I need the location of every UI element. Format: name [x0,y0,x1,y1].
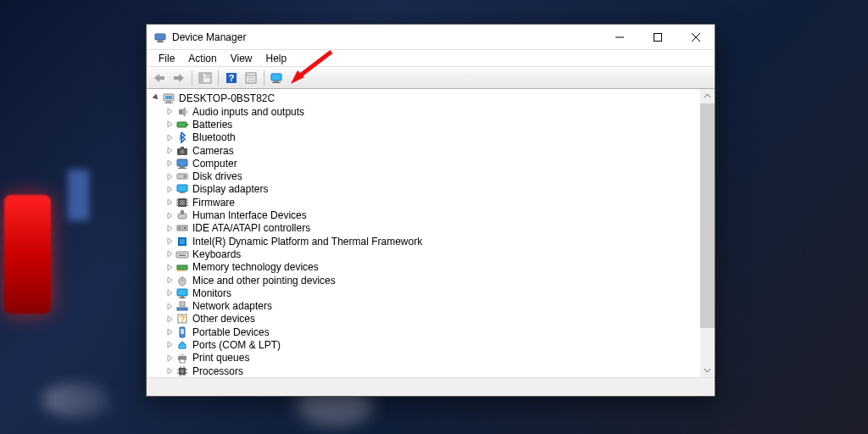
scan-hardware-icon [270,72,285,84]
svg-rect-60 [178,270,179,271]
tree-node[interactable]: Disk drives [147,170,715,182]
tree-node[interactable]: Ports (COM & LPT) [147,338,715,351]
back-button[interactable] [150,69,169,87]
expander-icon[interactable] [164,158,175,170]
svg-rect-47 [177,225,187,231]
expander-icon[interactable] [164,183,175,195]
tree-node[interactable]: Monitors [147,287,715,299]
expander-icon[interactable] [164,106,175,118]
expander-icon[interactable] [164,248,175,260]
tree-node[interactable]: IDE ATA/ATAPI controllers [147,222,715,235]
titlebar[interactable]: Device Manager [147,25,715,50]
mouse-icon [175,274,189,287]
tree-node[interactable]: Memory technology devices [147,261,715,274]
tree-node-label: Cameras [192,145,234,157]
device-tree[interactable]: DESKTOP-0BST82C Audio inputs and outputs… [147,89,715,377]
tree-node[interactable]: Keyboards [147,248,715,260]
menubar: File Action View Help [147,50,715,67]
tree-node[interactable]: Display adapters [147,183,715,196]
scroll-down-button[interactable] [700,363,715,377]
help-button[interactable]: ? [222,69,241,87]
expander-icon[interactable] [164,170,175,182]
tree-node[interactable]: ?Other devices [147,313,715,326]
tree-node-label: Human Interface Devices [192,209,307,221]
maximize-button[interactable] [638,25,676,49]
scroll-up-button[interactable] [700,89,715,103]
expander-icon[interactable] [164,275,175,287]
chevron-up-icon [704,92,711,100]
network-icon [175,299,189,313]
processor-icon [175,364,189,377]
tree-node-label: Ports (COM & LPT) [192,339,281,351]
tree-node[interactable]: Network adapters [147,299,715,312]
tree-node[interactable]: Intel(R) Dynamic Platform and Thermal Fr… [147,235,715,248]
scan-hardware-button[interactable] [268,69,287,87]
tree-node[interactable]: Print queues [147,352,715,364]
tree-node-label: Keyboards [192,248,241,260]
svg-rect-57 [185,253,186,254]
svg-rect-54 [180,253,181,254]
minimize-button[interactable] [600,25,638,49]
svg-rect-67 [177,289,187,296]
help-icon: ? [225,71,238,85]
svg-rect-51 [180,239,185,244]
tree-node[interactable]: Cameras [147,144,715,157]
tree-node[interactable]: Firmware [147,196,715,209]
menu-file[interactable]: File [152,51,181,66]
expander-icon[interactable] [164,365,175,377]
tree-node[interactable]: Processors [147,364,715,377]
ports-icon [175,338,189,352]
tree-node-label: Batteries [192,119,232,131]
device-manager-window: Device Manager File Action View Help [146,24,715,397]
toolbar-separator [192,70,192,86]
expander-icon[interactable] [164,119,175,131]
expander-icon[interactable] [164,339,175,351]
properties-icon [244,72,258,84]
toolbar: ? [147,67,715,89]
svg-point-34 [184,175,186,178]
expander-icon[interactable] [164,236,175,248]
menu-view[interactable]: View [224,51,259,66]
expander-icon[interactable] [164,326,175,338]
maximize-icon [654,33,662,42]
svg-rect-73 [180,302,185,306]
tree-node[interactable]: Bluetooth [147,131,715,144]
expander-icon[interactable] [150,92,162,104]
expander-icon[interactable] [164,287,175,299]
statusbar [147,377,715,396]
expander-icon[interactable] [164,261,175,273]
tree-node[interactable]: Computer [147,157,715,170]
tree-node[interactable]: Batteries [147,118,715,131]
tree-node-label: Firmware [192,197,235,209]
properties-button[interactable] [242,69,260,87]
scrollbar-thumb[interactable] [700,103,715,328]
tree-node[interactable]: Human Interface Devices [147,209,715,221]
tree-root-node[interactable]: DESKTOP-0BST82C [147,91,715,105]
minimize-icon [615,33,624,42]
show-hide-tree-button[interactable] [196,69,214,87]
tree-node[interactable]: Mice and other pointing devices [147,274,715,287]
svg-rect-77 [181,329,184,334]
expander-icon[interactable] [164,222,175,234]
svg-rect-38 [180,200,185,205]
close-button[interactable] [676,25,715,49]
svg-rect-70 [177,308,187,310]
menu-action[interactable]: Action [181,51,223,66]
tree-node[interactable]: Portable Devices [147,326,715,338]
vertical-scrollbar[interactable] [700,89,715,377]
expander-icon[interactable] [164,197,175,209]
expander-icon[interactable] [164,300,175,312]
forward-button[interactable] [170,69,188,87]
expander-icon[interactable] [164,352,175,364]
chevron-down-icon [704,366,711,374]
display-icon [175,182,189,196]
menu-help[interactable]: Help [259,51,294,66]
expander-icon[interactable] [164,131,175,143]
expander-icon[interactable] [164,313,175,325]
svg-rect-18 [274,81,279,82]
tree-node[interactable]: Audio inputs and outputs [147,105,715,118]
tree-node-label: Disk drives [192,170,242,182]
expander-icon[interactable] [164,209,175,221]
svg-rect-62 [181,270,182,271]
expander-icon[interactable] [164,145,175,157]
